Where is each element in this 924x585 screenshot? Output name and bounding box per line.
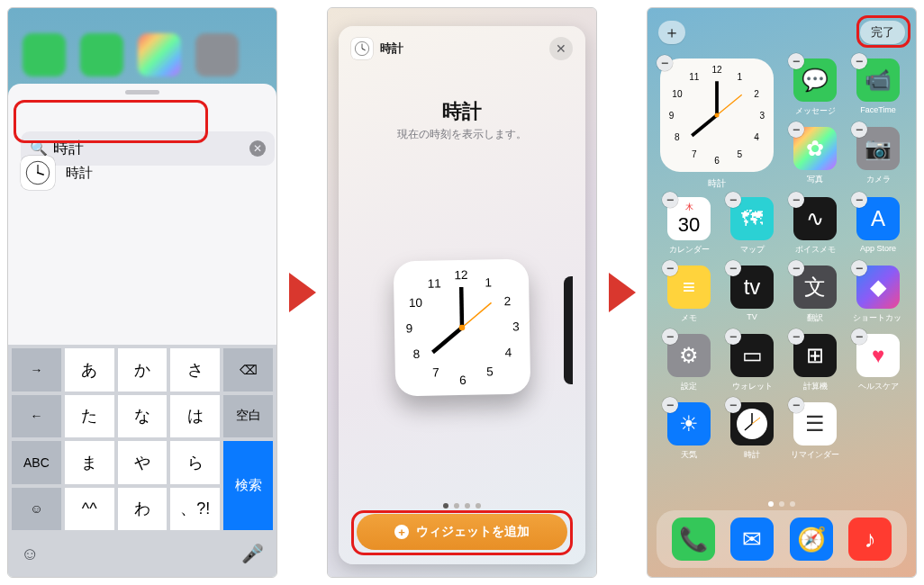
- key-検索[interactable]: 検索: [222, 439, 275, 532]
- screen-2-widget-preview: 時計 ✕ 時計 現在の時刻を表示します。 1212 345 678 91011: [327, 7, 597, 578]
- app-label: 設定: [664, 381, 714, 392]
- app-label: ボイスメモ: [790, 244, 840, 256]
- key-→[interactable]: →: [10, 346, 63, 393]
- app-facetime[interactable]: −📹FaceTime: [853, 58, 903, 114]
- app-photos[interactable]: −✿写真: [790, 127, 840, 185]
- next-widget-peek[interactable]: [564, 276, 573, 384]
- app-calculator[interactable]: −⊞計算機: [790, 334, 840, 392]
- plus-icon: +: [394, 525, 409, 539]
- search-input[interactable]: [53, 140, 244, 158]
- key-空白[interactable]: 空白: [222, 393, 275, 440]
- remove-badge[interactable]: −: [851, 53, 867, 69]
- key-←[interactable]: ←: [10, 393, 63, 440]
- app-health[interactable]: −♥ヘルスケア: [853, 334, 903, 392]
- add-widget-button[interactable]: + ウィジェットを追加: [357, 514, 567, 550]
- remove-badge[interactable]: −: [662, 397, 678, 413]
- emoji-key[interactable]: ☺: [21, 544, 39, 564]
- key-ABC[interactable]: ABC: [10, 439, 63, 486]
- remove-badge[interactable]: −: [662, 260, 678, 276]
- app-voicememo[interactable]: −∿ボイスメモ: [790, 197, 840, 256]
- search-result-row[interactable]: 時計: [21, 156, 93, 190]
- app-camera[interactable]: −📷カメラ: [853, 127, 903, 185]
- widget-preview-tile[interactable]: 1212 345 678 91011: [394, 259, 531, 397]
- widget-title: 時計: [339, 98, 585, 125]
- page-indicator[interactable]: [648, 501, 916, 507]
- key-さ[interactable]: さ: [168, 346, 222, 393]
- remove-badge[interactable]: −: [657, 55, 673, 71]
- japanese-kana-keyboard[interactable]: →あかさ⌫←たなは空白ABCまやら検索☺^^わ、?! ☺ 🎤: [8, 345, 276, 577]
- key-^^[interactable]: ^^: [63, 486, 116, 533]
- clock-app-icon: [21, 156, 55, 190]
- app-tv[interactable]: −tvTV: [727, 266, 777, 321]
- remove-badge[interactable]: −: [662, 192, 678, 208]
- widget-detail-sheet: 時計 ✕ 時計 現在の時刻を表示します。 1212 345 678 91011: [339, 26, 585, 564]
- remove-badge[interactable]: −: [788, 328, 804, 345]
- key-⌫[interactable]: ⌫: [222, 346, 275, 393]
- app-label: 写真: [790, 174, 840, 185]
- key-か[interactable]: か: [116, 346, 169, 393]
- dock: 📞✉🧭♪: [657, 510, 907, 568]
- dock-phone[interactable]: 📞: [672, 518, 715, 561]
- remove-badge[interactable]: −: [788, 53, 804, 69]
- key-な[interactable]: な: [116, 393, 169, 440]
- app-calendar[interactable]: −木30カレンダー: [664, 197, 714, 256]
- key-あ[interactable]: あ: [63, 346, 116, 393]
- remove-badge[interactable]: −: [725, 260, 741, 276]
- close-button[interactable]: ✕: [549, 37, 573, 60]
- key-た[interactable]: た: [63, 393, 116, 440]
- arrow-icon: [289, 273, 316, 312]
- remove-badge[interactable]: −: [851, 328, 867, 345]
- app-translate[interactable]: −文翻訳: [790, 266, 840, 324]
- remove-badge[interactable]: −: [725, 397, 741, 413]
- app-label: App Store: [853, 244, 903, 253]
- app-maps[interactable]: −🗺マップ: [727, 197, 777, 256]
- svg-text:10: 10: [672, 89, 683, 99]
- svg-text:6: 6: [459, 374, 467, 387]
- mic-key[interactable]: 🎤: [241, 543, 264, 564]
- app-appstore[interactable]: −AApp Store: [853, 197, 903, 253]
- remove-badge[interactable]: −: [851, 122, 867, 138]
- app-shortcuts[interactable]: −◆ショートカット: [853, 266, 903, 324]
- sheet-grabber[interactable]: [125, 90, 159, 94]
- home-screen-grid[interactable]: − 1212 345 678 91011 時計 −💬メッセージ−📹FaceTim…: [657, 53, 907, 496]
- remove-badge[interactable]: −: [725, 192, 741, 208]
- clear-search-button[interactable]: ✕: [249, 140, 266, 157]
- app-weather[interactable]: −☀天気: [664, 402, 714, 461]
- app-wallet[interactable]: −▭ウォレット: [727, 334, 777, 392]
- app-reminders[interactable]: −☰リマインダー: [790, 402, 840, 461]
- remove-badge[interactable]: −: [851, 260, 867, 276]
- key-は[interactable]: は: [168, 393, 222, 440]
- app-label: TV: [727, 312, 777, 321]
- app-notes[interactable]: −≡メモ: [664, 266, 714, 324]
- remove-badge[interactable]: −: [788, 260, 804, 276]
- remove-badge[interactable]: −: [788, 122, 804, 138]
- dock-music[interactable]: ♪: [848, 518, 892, 561]
- app-messages[interactable]: −💬メッセージ: [790, 58, 840, 117]
- app-label: カメラ: [853, 174, 903, 185]
- app-settings[interactable]: −⚙設定: [664, 334, 714, 392]
- remove-badge[interactable]: −: [788, 192, 804, 208]
- add-widget-plus-button[interactable]: ＋: [658, 21, 685, 44]
- remove-badge[interactable]: −: [788, 397, 804, 413]
- svg-point-3: [37, 172, 39, 174]
- page-indicator[interactable]: [339, 503, 585, 508]
- key-ま[interactable]: ま: [63, 439, 116, 486]
- key-ら[interactable]: ら: [168, 439, 222, 486]
- svg-text:4: 4: [754, 132, 759, 142]
- clock-widget[interactable]: − 1212 345 678 91011: [660, 58, 774, 172]
- remove-badge[interactable]: −: [662, 328, 678, 345]
- widget-app-label: 時計: [380, 40, 403, 57]
- key-、?![interactable]: 、?!: [168, 486, 222, 533]
- dock-mail[interactable]: ✉: [730, 518, 774, 561]
- done-button[interactable]: 完了: [860, 21, 905, 44]
- app-clock[interactable]: −時計: [727, 402, 777, 461]
- svg-text:8: 8: [675, 132, 680, 142]
- key-や[interactable]: や: [116, 439, 169, 486]
- key-わ[interactable]: わ: [116, 486, 169, 533]
- dock-safari[interactable]: 🧭: [790, 518, 833, 561]
- svg-text:3: 3: [512, 320, 520, 333]
- key-☺[interactable]: ☺: [10, 486, 63, 533]
- svg-text:1: 1: [737, 72, 742, 82]
- remove-badge[interactable]: −: [851, 192, 867, 208]
- remove-badge[interactable]: −: [725, 328, 741, 345]
